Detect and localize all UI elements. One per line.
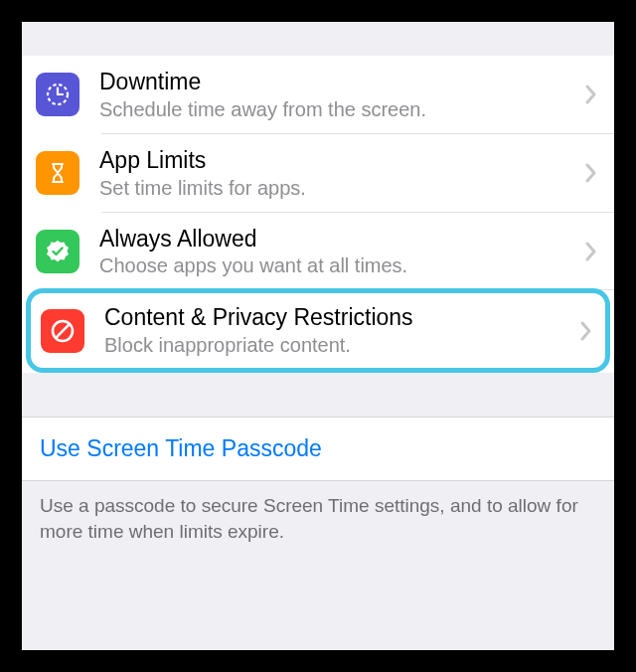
chevron-right-icon — [579, 320, 593, 342]
settings-screen: Downtime Schedule time away from the scr… — [22, 22, 614, 650]
row-text: App Limits Set time limits for apps. — [99, 146, 576, 201]
row-content-privacy[interactable]: Content & Privacy Restrictions Block ina… — [31, 293, 605, 368]
chevron-right-icon — [584, 84, 598, 105]
row-always-allowed[interactable]: Always Allowed Choose apps you want at a… — [22, 213, 614, 291]
svg-line-4 — [56, 324, 70, 338]
screen-time-section: Downtime Schedule time away from the scr… — [22, 56, 614, 373]
row-text: Content & Privacy Restrictions Block ina… — [104, 303, 571, 358]
row-title: Always Allowed — [99, 225, 576, 253]
highlighted-row: Content & Privacy Restrictions Block ina… — [26, 288, 610, 373]
section-footer: Use a passcode to secure Screen Time set… — [22, 481, 614, 544]
row-subtitle: Schedule time away from the screen. — [99, 96, 576, 122]
no-sign-icon — [41, 309, 84, 353]
row-title: Downtime — [99, 68, 576, 96]
link-label: Use Screen Time Passcode — [40, 435, 322, 461]
row-text: Downtime Schedule time away from the scr… — [99, 68, 576, 122]
passcode-section: Use Screen Time Passcode — [22, 417, 614, 481]
checkmark-seal-icon — [36, 230, 80, 273]
row-subtitle: Choose apps you want at all times. — [99, 252, 576, 278]
row-downtime[interactable]: Downtime Schedule time away from the scr… — [22, 56, 614, 134]
row-app-limits[interactable]: App Limits Set time limits for apps. — [22, 134, 614, 213]
downtime-icon — [36, 73, 80, 116]
row-subtitle: Set time limits for apps. — [99, 175, 576, 201]
row-title: Content & Privacy Restrictions — [104, 303, 571, 332]
chevron-right-icon — [584, 162, 598, 184]
chevron-right-icon — [584, 241, 598, 262]
use-passcode-button[interactable]: Use Screen Time Passcode — [22, 418, 614, 480]
hourglass-icon — [36, 151, 80, 195]
row-subtitle: Block inappropriate content. — [104, 332, 571, 358]
row-text: Always Allowed Choose apps you want at a… — [99, 225, 576, 279]
row-title: App Limits — [99, 146, 576, 175]
